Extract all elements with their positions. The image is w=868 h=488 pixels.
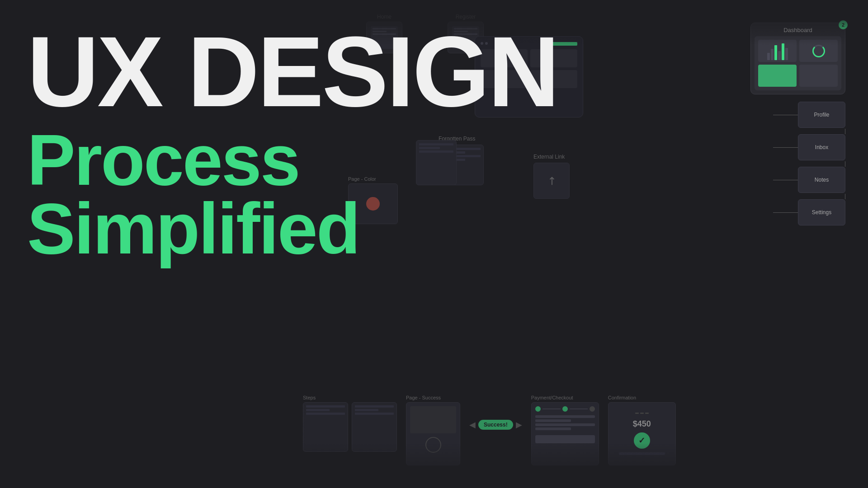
- nav-inbox-row: Inbox: [773, 134, 845, 160]
- settings-nav-box[interactable]: Settings: [798, 199, 845, 225]
- payment-screen: [531, 402, 599, 465]
- dashboard-donut-widget: [799, 40, 838, 62]
- notes-connector-line: [773, 180, 798, 180]
- chart-bar-4: [778, 51, 781, 61]
- pay-row-1: [535, 415, 595, 418]
- ss1-line-3: [306, 413, 345, 415]
- payment-label: Payment/Checkout: [531, 395, 599, 400]
- notes-nav-box[interactable]: Notes: [798, 167, 845, 193]
- progress-line-1: [542, 408, 561, 409]
- confirmation-screen: $450 ✓: [608, 402, 676, 465]
- bottom-flow-area: Steps: [303, 395, 676, 465]
- confirmation-check-icon: ✓: [634, 432, 650, 449]
- ss1-line-2: [306, 409, 330, 411]
- process-text: Process: [27, 126, 558, 194]
- payment-progress-bar: [535, 406, 595, 412]
- dashboard-panel[interactable]: 2 Dashboard: [750, 23, 845, 94]
- progress-line-2: [570, 408, 588, 409]
- dashboard-donut-chart: [812, 45, 825, 57]
- dashboard-green-widget: [758, 65, 797, 87]
- right-sidebar-nav: Profile Inbox Notes Settings: [773, 102, 845, 225]
- page-success-circle: [425, 437, 441, 453]
- pay-row-4: [535, 427, 571, 430]
- profile-nav-box[interactable]: Profile: [798, 102, 845, 128]
- confirmation-price: $450: [633, 419, 651, 429]
- page-success-label: Page - Success: [406, 395, 460, 400]
- steps-area: Steps: [303, 395, 397, 452]
- profile-connector-line: [773, 115, 798, 115]
- subtitle-area: Process Simplified: [27, 126, 558, 263]
- step-screen-2: [352, 402, 397, 452]
- success-connector: ◀ Success! ▶: [469, 420, 522, 430]
- payment-body: [535, 415, 595, 443]
- nav-settings-row: Settings: [773, 199, 845, 225]
- dashboard-label: Dashboard: [755, 27, 841, 33]
- left-arrow-icon: ◀: [469, 420, 476, 430]
- ss2-line-1: [355, 405, 394, 408]
- page-success-image: [410, 406, 456, 433]
- confirmation-bottom-line: [619, 452, 665, 455]
- dashboard-chart-widget: [758, 40, 797, 62]
- confirmation-label: Confirmation: [608, 395, 676, 400]
- dashboard-content: [755, 36, 841, 90]
- chart-bar-2: [771, 49, 774, 60]
- ss2-line-2: [355, 409, 378, 411]
- dashboard-notification-badge: 2: [839, 20, 848, 29]
- v-connector-1: [845, 129, 845, 134]
- confirmation-dots: [635, 413, 649, 414]
- settings-connector-line: [773, 212, 798, 213]
- inbox-connector-line: [773, 147, 798, 148]
- payment-button: [535, 435, 595, 443]
- notes-label: Notes: [815, 177, 829, 183]
- chart-bar-6: [785, 48, 788, 60]
- main-title-area: UX DESIGN Process Simplified: [27, 27, 558, 263]
- progress-dot-1: [535, 406, 541, 412]
- inbox-nav-box[interactable]: Inbox: [798, 134, 845, 160]
- profile-label: Profile: [814, 112, 829, 118]
- settings-label: Settings: [812, 209, 831, 216]
- success-badge: Success!: [478, 420, 513, 430]
- chart-bar-5: [782, 43, 784, 60]
- cdot-1: [635, 413, 639, 414]
- cdot-3: [645, 413, 649, 414]
- confirmation-area: Confirmation $450 ✓: [608, 395, 676, 465]
- page-success-circle-area: [410, 435, 456, 453]
- v-connector-2: [845, 161, 845, 167]
- ss1-line-1: [306, 405, 345, 408]
- step-screen-1: [303, 402, 348, 452]
- payment-area: Payment/Checkout: [531, 395, 599, 465]
- step-screen-1-content: [303, 403, 348, 418]
- chart-bar-3: [774, 45, 777, 60]
- dashboard-plain-widget: [799, 65, 838, 87]
- simplified-text: Simplified: [27, 194, 558, 263]
- steps-label: Steps: [303, 395, 397, 400]
- page-success-screen: [406, 402, 460, 465]
- right-arrow-icon: ▶: [516, 420, 522, 430]
- progress-dot-2: [562, 406, 568, 412]
- pay-row-3: [535, 423, 595, 426]
- pay-row-2: [535, 419, 571, 422]
- step-screen-2-content: [352, 403, 396, 418]
- nav-profile-row: Profile: [773, 102, 845, 128]
- inbox-label: Inbox: [815, 144, 828, 150]
- nav-notes-row: Notes: [773, 167, 845, 193]
- page-success-area: Page - Success: [406, 395, 460, 465]
- cdot-2: [640, 413, 644, 414]
- chart-bar-1: [767, 53, 770, 60]
- v-connector-3: [845, 194, 845, 199]
- steps-screens-container: [303, 402, 397, 452]
- ss2-line-3: [355, 413, 394, 415]
- main-title: UX DESIGN: [27, 27, 558, 117]
- progress-dot-3: [590, 406, 595, 412]
